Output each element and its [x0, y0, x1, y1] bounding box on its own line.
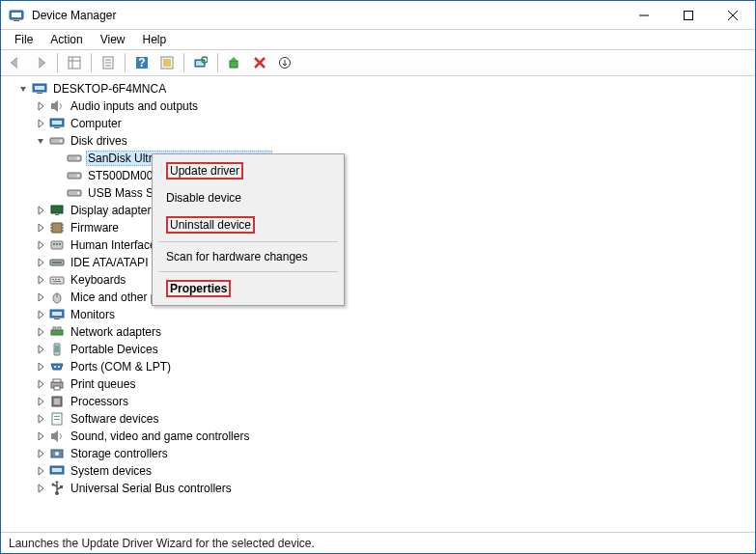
forward-button[interactable] [30, 52, 51, 73]
expand-icon[interactable] [34, 117, 47, 130]
svg-rect-38 [55, 214, 59, 215]
tree-software[interactable]: Software devices [3, 410, 753, 428]
expand-icon[interactable] [34, 204, 47, 217]
tree-portable[interactable]: Portable Devices [3, 341, 753, 358]
toolbar: ? [1, 49, 755, 76]
tree-audio[interactable]: Audio inputs and outputs [3, 97, 753, 115]
menu-action[interactable]: Action [42, 31, 90, 48]
show-hide-tree-button[interactable] [64, 52, 85, 73]
tree-disk-st500[interactable]: ST500DM002 [3, 167, 753, 184]
svg-rect-27 [52, 121, 62, 125]
keyboard-icon [49, 272, 65, 288]
svg-rect-1 [12, 13, 21, 17]
toolbar-separator [57, 53, 58, 72]
tree-printq[interactable]: Print queues [3, 375, 753, 393]
expand-icon[interactable] [34, 395, 47, 408]
app-icon [9, 8, 24, 23]
expand-icon[interactable] [34, 464, 47, 478]
expand-icon[interactable] [34, 238, 47, 252]
expand-icon[interactable] [34, 308, 47, 321]
scan-hardware-button[interactable] [190, 52, 211, 73]
tree-storage[interactable]: Storage controllers [3, 445, 753, 462]
tree-root[interactable]: DESKTOP-6F4MNCA [3, 80, 753, 97]
tree-mice[interactable]: Mice and other pointing devices [3, 289, 753, 306]
speaker-icon [49, 429, 65, 444]
svg-rect-75 [54, 416, 60, 417]
svg-rect-24 [35, 86, 44, 90]
tree-network[interactable]: Network adapters [3, 323, 753, 341]
expand-icon[interactable] [34, 429, 47, 443]
tree-disk-usbmass[interactable]: USB Mass St [3, 184, 753, 202]
svg-rect-2 [14, 20, 19, 21]
expand-icon[interactable] [34, 325, 47, 339]
expand-icon[interactable] [34, 256, 47, 269]
expand-icon[interactable] [34, 412, 47, 426]
expand-icon[interactable] [34, 360, 47, 374]
tree-usb[interactable]: Universal Serial Bus controllers [3, 480, 753, 497]
svg-point-68 [58, 366, 60, 368]
minimize-button[interactable] [622, 1, 666, 30]
system-icon [49, 463, 65, 479]
context-uninstall-device[interactable]: Uninstall device [154, 210, 342, 239]
expand-icon[interactable] [34, 377, 47, 391]
svg-rect-60 [52, 312, 62, 316]
expand-icon[interactable] [34, 343, 47, 356]
expand-icon[interactable] [34, 447, 47, 460]
disable-device-button[interactable] [274, 52, 295, 73]
collapse-icon[interactable] [34, 134, 47, 148]
tree-firmware[interactable]: Firmware [3, 219, 753, 236]
expand-icon[interactable] [34, 482, 47, 495]
tree-ide[interactable]: IDE ATA/ATAPI c [3, 254, 753, 271]
svg-rect-39 [52, 223, 62, 233]
context-disable-device[interactable]: Disable device [154, 185, 342, 210]
context-scan-hardware[interactable]: Scan for hardware changes [154, 244, 342, 269]
svg-rect-63 [53, 327, 56, 330]
svg-rect-4 [685, 11, 693, 19]
tree-monitors[interactable]: Monitors [3, 306, 753, 323]
context-properties[interactable]: Properties [154, 274, 342, 303]
help-button[interactable]: ? [131, 52, 153, 73]
properties-button[interactable] [98, 52, 119, 73]
tree-item-label: Processors [69, 395, 130, 408]
tree-keyboards[interactable]: Keyboards [3, 271, 753, 289]
context-item-label: Scan for hardware changes [166, 250, 308, 263]
tree-item-label: Software devices [69, 412, 160, 426]
tree-disk-sandisk[interactable]: SanDisk Ultra USB 3.0 USB Device [3, 150, 753, 167]
menu-help[interactable]: Help [135, 31, 175, 48]
svg-rect-17 [163, 59, 171, 67]
expand-icon[interactable] [34, 99, 47, 113]
toolbar-separator [217, 53, 218, 72]
action-button[interactable] [156, 52, 178, 73]
status-text: Launches the Update Driver Wizard for th… [9, 537, 315, 550]
collapse-icon[interactable] [16, 82, 30, 96]
uninstall-button[interactable] [249, 52, 270, 73]
expand-icon[interactable] [34, 291, 47, 304]
toolbar-separator [183, 53, 184, 72]
window-controls [622, 1, 755, 30]
tree-display[interactable]: Display adapters [3, 202, 753, 219]
tree-item-label: ST500DM002 [86, 169, 161, 182]
back-button[interactable] [5, 52, 26, 73]
svg-rect-52 [50, 277, 64, 284]
update-driver-button[interactable] [224, 52, 245, 73]
svg-rect-76 [54, 419, 60, 420]
tree-ports[interactable]: Ports (COM & LPT) [3, 358, 753, 375]
menu-file[interactable]: File [7, 31, 41, 48]
device-tree[interactable]: DESKTOP-6F4MNCA Audio inputs and outputs… [1, 76, 755, 532]
expand-icon[interactable] [34, 273, 47, 287]
svg-point-34 [77, 175, 80, 178]
tree-computer[interactable]: Computer [3, 115, 753, 132]
close-button[interactable] [711, 1, 755, 30]
tree-processors[interactable]: Processors [3, 393, 753, 410]
tree-disk-drives[interactable]: Disk drives [3, 132, 753, 150]
disk-icon [67, 185, 82, 201]
menubar: File Action View Help [1, 30, 755, 49]
tree-system[interactable]: System devices [3, 462, 753, 480]
tree-sound[interactable]: Sound, video and game controllers [3, 428, 753, 445]
expand-icon[interactable] [34, 221, 47, 235]
tree-hid[interactable]: Human Interface [3, 236, 753, 254]
maximize-button[interactable] [666, 1, 711, 30]
tree-item-label: IDE ATA/ATAPI c [69, 256, 159, 269]
context-update-driver[interactable]: Update driver [154, 156, 342, 185]
menu-view[interactable]: View [93, 31, 133, 48]
